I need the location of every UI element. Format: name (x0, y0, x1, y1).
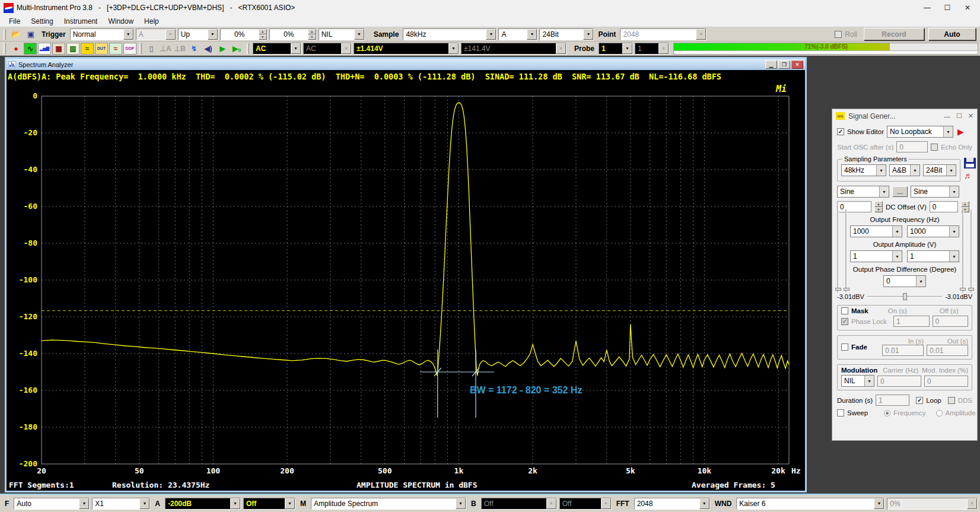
level-slider-a2-track[interactable] (845, 209, 847, 292)
dc-offset-a-input[interactable]: 0 (837, 201, 871, 212)
show-editor-checkbox[interactable] (837, 128, 844, 135)
ground-b-icon[interactable]: ⊥B (173, 43, 186, 55)
frequency-b-select[interactable]: 1000 ▼ (907, 225, 959, 237)
a-range-select[interactable]: -200dB ▼ (165, 498, 241, 510)
save-signal-icon[interactable] (964, 158, 976, 168)
signal-generator-icon[interactable]: ≈ (81, 43, 94, 55)
x-multiplier-select[interactable]: X1 ▼ (92, 498, 150, 510)
sg-channels-select[interactable]: A&B ▼ (889, 164, 920, 176)
chevron-down-icon[interactable]: ▼ (699, 498, 709, 509)
signal-generator-titlebar[interactable]: ≈≈ Signal Gener... — ☐ ✕ (832, 109, 977, 123)
fade-checkbox[interactable] (841, 344, 848, 351)
sg-bits-select[interactable]: 24Bit ▼ (923, 164, 956, 176)
dc-offset-a-spinner[interactable]: ▲▼ (874, 201, 883, 212)
menu-help[interactable]: Help (139, 16, 164, 27)
loopback-select[interactable]: No Loopback ▼ (887, 126, 953, 138)
chevron-down-icon[interactable]: ▼ (949, 251, 959, 262)
chevron-down-icon[interactable]: ▼ (943, 126, 953, 137)
microphone-icon[interactable]: ▯ (145, 43, 158, 55)
chevron-down-icon[interactable]: ▼ (892, 251, 902, 262)
chevron-down-icon[interactable]: ▼ (354, 29, 364, 40)
chevron-down-icon[interactable]: ▼ (527, 29, 537, 40)
music-notes-icon[interactable]: ♬ (964, 171, 976, 180)
bit-depth-select[interactable]: 24Bit ▼ (539, 28, 594, 40)
sg-minimize-button[interactable]: — (944, 113, 950, 120)
sample-channel-select[interactable]: A ▼ (498, 28, 537, 40)
chevron-down-icon[interactable]: ▼ (892, 226, 902, 237)
menu-file[interactable]: File (4, 16, 26, 27)
coupling-a-select[interactable]: AC ▼ (253, 43, 301, 55)
waveform-editor-button[interactable]: ... (892, 186, 908, 197)
amplitude-a-select[interactable]: 1 ▼ (850, 250, 902, 262)
spectrum-analyzer-icon[interactable]: ▂▅▇ (38, 43, 51, 55)
chevron-down-icon[interactable]: ▼ (946, 165, 956, 176)
trigger-delay-spinner[interactable]: 0% ▲▼ (269, 28, 317, 40)
chevron-down-icon[interactable]: ▼ (139, 498, 149, 509)
spectrum-3d-plot-icon[interactable]: ▧ (66, 43, 79, 55)
balance-slider[interactable] (867, 292, 942, 301)
device-test-plan-icon[interactable]: DUT (95, 43, 108, 55)
chevron-down-icon[interactable]: ▼ (910, 165, 919, 176)
frequency-a-select[interactable]: 1000 ▼ (850, 225, 902, 237)
level-slider-a2-handle[interactable] (844, 288, 849, 291)
chevron-down-icon[interactable]: ▼ (622, 43, 632, 54)
oscilloscope-icon[interactable]: ∿ (24, 43, 37, 55)
spectrum-plot-area[interactable]: BW = 1172 - 820 = 352 Hz0-20-40-60-80-10… (7, 82, 805, 480)
spin-up-icon[interactable]: ▲ (259, 29, 267, 34)
level-slider-b2-track[interactable] (971, 209, 972, 292)
chevron-down-icon[interactable]: ▼ (456, 498, 466, 509)
save-icon[interactable]: ▣ (24, 28, 37, 40)
chevron-down-icon[interactable]: ▼ (448, 43, 459, 54)
speaker-icon[interactable]: ◀) (202, 43, 215, 55)
sg-maximize-button[interactable]: ☐ (956, 112, 962, 120)
trigger-mode-select[interactable]: Normal ▼ (70, 28, 134, 40)
chevron-down-icon[interactable]: ▼ (949, 226, 959, 237)
level-slider-b-track[interactable] (962, 209, 964, 292)
sg-sample-rate-select[interactable]: 48kHz ▼ (841, 164, 886, 176)
menu-instrument[interactable]: Instrument (59, 16, 103, 27)
range-a-select[interactable]: ±1.414V ▼ (354, 43, 459, 55)
probe-icon[interactable]: ↯ (187, 43, 201, 55)
modulation-select[interactable]: NIL ▼ (841, 375, 874, 387)
chevron-down-icon[interactable]: ▼ (208, 29, 218, 40)
ddp-viewer-icon[interactable]: DDP (123, 43, 136, 55)
spin-down-icon[interactable]: ▼ (259, 34, 267, 40)
probe-a-select[interactable]: 1 ▼ (599, 43, 633, 55)
sa-minimize-button[interactable]: ▁ (765, 61, 777, 69)
freq-axis-mode-select[interactable]: Auto ▼ (14, 498, 90, 510)
amplitude-b-select[interactable]: 1 ▼ (907, 250, 959, 262)
waveform-a-select[interactable]: Sine ▼ (837, 186, 889, 198)
trigger-edge-select[interactable]: Up ▼ (178, 28, 218, 40)
chevron-down-icon[interactable]: ▼ (291, 43, 301, 54)
sweep-checkbox[interactable] (837, 409, 844, 416)
spin-down-icon[interactable]: ▼ (308, 34, 316, 40)
menu-setting[interactable]: Setting (26, 16, 58, 27)
menu-window[interactable]: Window (103, 16, 139, 27)
run-loop-icon[interactable]: ▶ₒ (230, 43, 243, 55)
waveform-b-select[interactable]: Sine ▼ (911, 186, 959, 198)
chevron-down-icon[interactable]: ▼ (879, 186, 889, 197)
sa-close-button[interactable]: ✕ (791, 61, 803, 69)
trigger-level-spinner[interactable]: 0% ▲▼ (220, 28, 268, 40)
balance-slider-thumb[interactable] (903, 293, 907, 300)
record-icon[interactable]: ● (9, 43, 23, 55)
close-button[interactable]: ✕ (957, 1, 978, 14)
mask-checkbox[interactable] (841, 307, 848, 314)
chevron-down-icon[interactable]: ▼ (874, 498, 884, 509)
ground-a-icon[interactable]: ⊥A (159, 43, 172, 55)
display-mode-select[interactable]: Amplitude Spectrum ▼ (311, 498, 466, 510)
maximize-button[interactable]: ☐ (937, 1, 957, 14)
chevron-down-icon[interactable]: ▼ (123, 29, 133, 40)
loop-checkbox[interactable] (916, 397, 923, 404)
chevron-down-icon[interactable]: ▼ (486, 29, 496, 40)
chevron-down-icon[interactable]: ▼ (285, 498, 295, 509)
data-logger-icon[interactable]: ≈ (109, 43, 122, 55)
run-icon[interactable]: ▶ (216, 43, 229, 55)
trigger-ref-select[interactable]: NIL ▼ (319, 28, 365, 40)
open-file-icon[interactable]: 📂 (9, 28, 23, 40)
sample-rate-select[interactable]: 48kHz ▼ (403, 28, 497, 40)
spin-up-icon[interactable]: ▲ (308, 29, 316, 34)
level-slider-b2-handle[interactable] (968, 288, 974, 291)
a-mode-select[interactable]: Off ▼ (243, 498, 295, 510)
multimeter-icon[interactable]: ▦ (52, 43, 65, 55)
